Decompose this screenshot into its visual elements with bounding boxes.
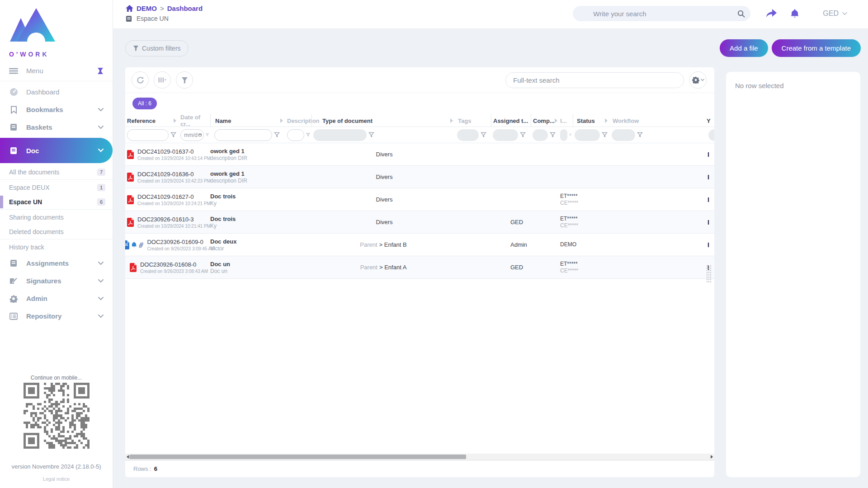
share-button[interactable] (766, 9, 777, 19)
document-subtitle: Doc un (210, 268, 311, 274)
expand-arrow-icon[interactable] (280, 118, 283, 123)
breadcrumb-root[interactable]: DEMO (137, 5, 157, 12)
company-cell: DEMO (531, 234, 560, 256)
pin-icon[interactable] (97, 67, 104, 75)
clipped-column-fragment: I (669, 234, 714, 256)
funnel-icon[interactable] (274, 132, 280, 138)
funnel-icon[interactable] (520, 132, 526, 138)
scrollbar-thumb[interactable] (129, 455, 466, 459)
columns-button[interactable] (154, 71, 171, 89)
sidebar-item-bookmarks[interactable]: Bookmarks (0, 101, 113, 118)
calendar-icon[interactable] (198, 132, 202, 137)
description-filter-input[interactable] (287, 129, 304, 141)
breadcrumb-current[interactable]: Dashboard (167, 5, 203, 12)
column-header-status[interactable]: Status (573, 114, 610, 127)
legal-notice-link[interactable]: Legal notice (0, 476, 113, 482)
word-icon-group: w (125, 240, 144, 249)
reference-filter-input[interactable] (127, 129, 169, 141)
table-empty-space (125, 279, 714, 454)
horizontal-scrollbar[interactable] (125, 454, 714, 460)
user-menu-label: GED (823, 9, 839, 18)
sidebar-item-doc[interactable]: Doc (0, 138, 113, 163)
column-header-company[interactable]: Comp... (531, 114, 558, 127)
sidebar-item-repository[interactable]: Repository (0, 307, 113, 325)
sidebar-item-baskets[interactable]: Baskets (0, 118, 113, 136)
table-row[interactable]: w DOC230926-01609-0 Created on 9/26/2023… (125, 234, 714, 256)
funnel-icon[interactable] (368, 132, 374, 138)
funnel-icon[interactable] (637, 132, 643, 138)
funnel-icon[interactable] (481, 132, 486, 138)
sidebar-item-admin[interactable]: Admin (0, 290, 113, 307)
table-row[interactable]: DOC241029-01636-0 Created on 10/29/2024 … (125, 166, 714, 188)
sidebar-item-espace-deux[interactable]: Espace DEUX 1 (0, 180, 113, 195)
sidebar-item-deleted-documents[interactable]: Deleted documents (0, 225, 113, 239)
assigned-cell (491, 188, 531, 211)
reference-cell: w DOC230926-01609-0 Created on 9/26/2023… (125, 234, 210, 256)
fulltext-search-input[interactable] (513, 76, 676, 84)
all-count-badge[interactable]: All : 6 (132, 98, 157, 109)
column-header-description[interactable]: Description (285, 114, 311, 127)
column-header-tags[interactable]: Tags (455, 114, 491, 127)
pdf-icon (127, 195, 134, 204)
date-filter-input[interactable]: mm/d (180, 129, 204, 141)
notifications-button[interactable] (790, 9, 799, 19)
user-menu[interactable]: GED (823, 9, 847, 18)
column-header-i[interactable]: I... (558, 114, 573, 127)
search-icon[interactable] (737, 10, 745, 18)
funnel-icon[interactable] (306, 132, 310, 138)
pdf-icon (127, 150, 134, 159)
sidebar-item-sharing-documents[interactable]: Sharing documents (0, 210, 113, 225)
column-header-reference[interactable]: Reference (125, 114, 179, 127)
panel-resize-handle[interactable] (706, 265, 712, 283)
table-row[interactable]: DOC230926-01608-0 Created on 9/26/2023 3… (125, 256, 714, 279)
fulltext-search[interactable] (505, 72, 684, 88)
table-settings-button[interactable] (689, 71, 707, 89)
filter-y (669, 127, 714, 143)
home-icon[interactable] (126, 5, 133, 12)
book-icon (9, 123, 18, 131)
funnel-icon[interactable] (569, 132, 571, 138)
column-header-name[interactable]: Name (210, 114, 285, 127)
sidebar-item-espace-un[interactable]: Espace UN 6 (0, 195, 113, 210)
column-header-y[interactable]: Y (669, 114, 714, 127)
type-filter-input (313, 129, 367, 141)
expand-arrow-icon[interactable] (174, 118, 176, 123)
funnel-icon[interactable] (170, 132, 176, 138)
add-file-button[interactable]: Add a file (720, 39, 768, 57)
funnel-icon[interactable] (602, 132, 608, 138)
filter-button[interactable] (176, 71, 193, 89)
table-row[interactable]: DOC241029-01627-0 Created on 10/29/2024 … (125, 188, 714, 211)
sidebar-item-history-track[interactable]: History track (0, 239, 113, 254)
expand-arrow-icon[interactable] (605, 118, 608, 123)
name-filter-input[interactable] (214, 129, 272, 141)
sidebar-item-dashboard[interactable]: Dashboard (0, 83, 113, 101)
scroll-right-arrow[interactable] (711, 455, 713, 459)
bell-icon (790, 9, 799, 19)
table-row[interactable]: DOC241029-01637-0 Created on 10/29/2024 … (125, 143, 714, 166)
funnel-icon[interactable] (550, 132, 556, 138)
menu-toggle[interactable]: Menu (0, 61, 113, 81)
table-row[interactable]: DOC230926-01610-3 Created on 10/29/2024 … (125, 211, 714, 234)
custom-filters-button[interactable]: Custom filters (125, 40, 189, 56)
global-search-input[interactable] (593, 10, 737, 18)
funnel-icon[interactable] (206, 132, 209, 138)
rows-label: Rows : (133, 465, 151, 472)
scroll-left-arrow[interactable] (127, 455, 129, 459)
column-header-assigned[interactable]: Assigned t... (491, 114, 531, 127)
assigned-filter-input (493, 129, 518, 141)
company-filter-input (533, 129, 548, 141)
company-cell: ET***** CE***** (531, 256, 560, 278)
sidebar-item-all-documents[interactable]: All the documents 7 (0, 165, 113, 180)
column-header-workflow[interactable]: Workflow (610, 114, 669, 127)
sidebar-item-assignments[interactable]: Assignments (0, 254, 113, 272)
reference-cell: DOC241029-01636-0 Created on 10/29/2024 … (125, 166, 210, 188)
sidebar-item-signatures[interactable]: Signatures (0, 272, 113, 290)
global-search[interactable] (573, 6, 750, 21)
expand-arrow-icon[interactable] (555, 118, 557, 123)
refresh-button[interactable] (132, 71, 149, 89)
column-header-type[interactable]: Type of document (311, 114, 455, 127)
create-template-button[interactable]: Create from a template (772, 39, 861, 57)
reference-cell: DOC241029-01627-0 Created on 10/29/2024 … (125, 188, 210, 211)
column-header-date[interactable]: Date of cr... (179, 114, 210, 127)
expand-arrow-icon[interactable] (450, 118, 453, 123)
